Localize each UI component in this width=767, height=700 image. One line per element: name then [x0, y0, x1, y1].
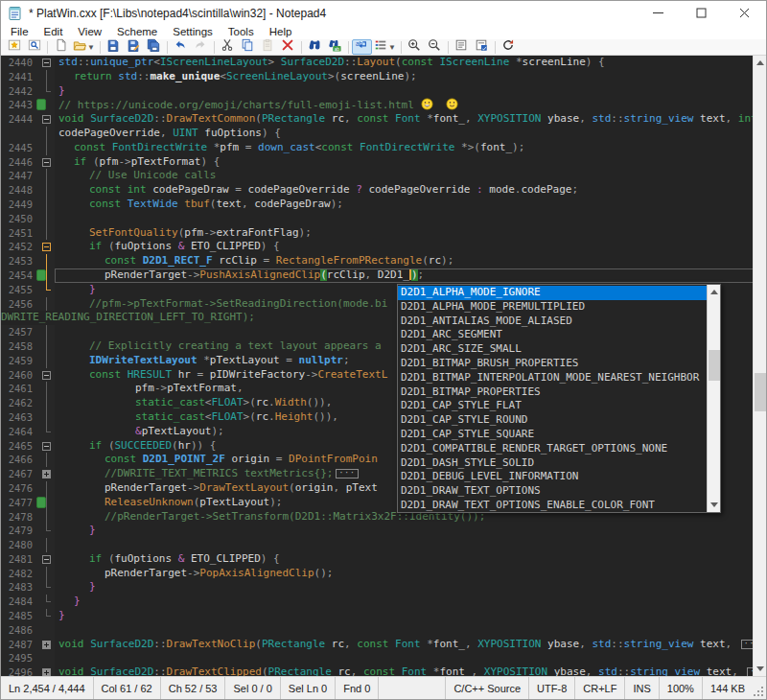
- line-number[interactable]: 2487: [1, 638, 35, 652]
- code-row[interactable]: 2451SetFontQuality(pfm->extraFontFlag);: [1, 226, 755, 241]
- autocomplete-item[interactable]: D2D1_ARC_SEGMENT: [398, 328, 707, 342]
- autocomplete-item[interactable]: D2D1_CAP_STYLE_ROUND: [398, 413, 707, 428]
- line-number[interactable]: 2443: [1, 98, 35, 112]
- line-number[interactable]: 2457: [1, 325, 35, 339]
- status-encoding[interactable]: UTF-8: [528, 677, 574, 699]
- line-number[interactable]: [1, 127, 35, 141]
- save-button[interactable]: [104, 39, 124, 55]
- bookmark-icon[interactable]: [36, 497, 46, 508]
- line-number[interactable]: 2480: [1, 538, 35, 552]
- status-file-size[interactable]: 144 KB: [702, 677, 753, 699]
- code-line[interactable]: [55, 651, 755, 665]
- current-code-line[interactable]: pRenderTarget->PushAxisAlignedClip(rcCli…: [55, 268, 755, 283]
- minimize-button[interactable]: [637, 1, 680, 25]
- code-row[interactable]: 2452if (fuOptions & ETO_CLIPPED) {: [1, 240, 755, 254]
- save-as-button[interactable]: [124, 39, 144, 55]
- close-button[interactable]: [723, 1, 766, 25]
- menu-view[interactable]: View: [70, 25, 109, 39]
- autocomplete-item[interactable]: D2D1_CAP_STYLE_SQUARE: [398, 428, 707, 442]
- resize-grip[interactable]: [753, 677, 766, 699]
- margin-marker[interactable]: [35, 240, 55, 254]
- line-number[interactable]: 2483: [1, 580, 35, 595]
- code-row[interactable]: 2487void SurfaceD2D::DrawTextNoClip(PRec…: [1, 638, 755, 652]
- margin-marker[interactable]: [35, 354, 55, 368]
- status-column-position[interactable]: Col 61 / 62: [94, 677, 161, 699]
- line-number[interactable]: 2482: [1, 567, 35, 581]
- margin-marker[interactable]: [35, 524, 55, 538]
- margin-marker[interactable]: [35, 580, 55, 595]
- copy-button[interactable]: [238, 39, 258, 55]
- status-find-count[interactable]: Fnd 0: [336, 677, 379, 699]
- margin-marker[interactable]: [35, 595, 55, 609]
- dropdown-arrow-icon[interactable]: ▼: [388, 43, 396, 52]
- code-line[interactable]: [55, 623, 755, 638]
- line-number[interactable]: 2461: [1, 382, 35, 396]
- margin-marker[interactable]: [35, 510, 55, 525]
- code-row[interactable]: 2481if (fuOptions & ETO_CLIPPED) {: [1, 552, 755, 567]
- margin-marker[interactable]: [35, 567, 55, 581]
- line-number[interactable]: 2447: [1, 169, 35, 183]
- line-number[interactable]: 2464: [1, 425, 35, 439]
- find-button[interactable]: [305, 39, 325, 55]
- code-row[interactable]: 2450: [1, 212, 755, 226]
- save-copy-button[interactable]: [144, 39, 164, 55]
- code-line[interactable]: if (pfm->pTextFormat) {: [55, 155, 755, 170]
- autocomplete-item[interactable]: D2D1_ALPHA_MODE_PREMULTIPLIED: [398, 300, 707, 315]
- fold-expanded-icon[interactable]: [42, 158, 51, 167]
- code-line[interactable]: // Use Unicode calls: [55, 169, 755, 183]
- line-number[interactable]: 2456: [1, 297, 35, 312]
- margin-marker[interactable]: [35, 410, 55, 425]
- menu-tools[interactable]: Tools: [221, 25, 262, 39]
- menu-scheme[interactable]: Scheme: [109, 25, 165, 39]
- line-number[interactable]: 2441: [1, 70, 35, 84]
- editor-scrollbar[interactable]: [753, 56, 766, 676]
- margin-marker[interactable]: [35, 368, 55, 383]
- code-line[interactable]: const TextWide tbuf(text, codePageDraw);: [55, 198, 755, 212]
- code-row[interactable]: 2442}: [1, 84, 755, 99]
- status-insert-mode[interactable]: INS: [624, 677, 658, 699]
- code-row[interactable]: 2482pRenderTarget->PopAxisAlignedClip();: [1, 567, 755, 581]
- line-number[interactable]: 2440: [1, 56, 35, 70]
- margin-marker[interactable]: [35, 98, 55, 112]
- margin-marker[interactable]: [35, 112, 55, 127]
- fold-expanded-icon[interactable]: [42, 58, 51, 67]
- line-number[interactable]: 2459: [1, 354, 35, 368]
- open-file-button[interactable]: ▼: [71, 39, 97, 55]
- undo-button[interactable]: [171, 39, 191, 55]
- bookmark-icon[interactable]: [36, 269, 46, 281]
- margin-marker[interactable]: [35, 339, 55, 354]
- code-row[interactable]: 2486: [1, 623, 755, 638]
- code-line[interactable]: }: [55, 609, 755, 623]
- line-number[interactable]: 2495: [1, 651, 35, 665]
- autocomplete-list[interactable]: D2D1_ALPHA_MODE_IGNORED2D1_ALPHA_MODE_PR…: [398, 285, 707, 512]
- line-number[interactable]: 2485: [1, 609, 35, 623]
- status-zoom-level[interactable]: 100%: [659, 677, 702, 699]
- autocomplete-item[interactable]: D2D1_ANTIALIAS_MODE_ALIASED: [398, 315, 707, 329]
- autocomplete-item[interactable]: D2D1_DASH_STYLE_SOLID: [398, 456, 707, 471]
- line-number[interactable]: 2458: [1, 339, 35, 354]
- status-line-position[interactable]: Ln 2,454 / 4,444: [1, 677, 94, 699]
- dropdown-arrow-icon[interactable]: ▼: [87, 43, 95, 52]
- code-row[interactable]: 2446if (pfm->pTextFormat) {: [1, 155, 755, 170]
- code-row[interactable]: 2485}: [1, 609, 755, 623]
- code-line[interactable]: pRenderTarget->PopAxisAlignedClip();: [55, 567, 755, 581]
- code-row[interactable]: 2449const TextWide tbuf(text, codePageDr…: [1, 198, 755, 212]
- code-wrap-row[interactable]: codePageOverride, UINT fuOptions) {: [1, 127, 755, 141]
- line-number[interactable]: 2462: [1, 396, 35, 410]
- fold-expanded-icon[interactable]: [42, 371, 51, 380]
- margin-marker[interactable]: [35, 481, 55, 496]
- line-number[interactable]: 2481: [1, 552, 35, 567]
- code-line[interactable]: if (fuOptions & ETO_CLIPPED) {: [55, 240, 755, 254]
- margin-marker[interactable]: [35, 439, 55, 454]
- margin-marker[interactable]: [35, 254, 55, 268]
- autocomplete-scroll-down-icon[interactable]: [710, 502, 718, 507]
- margin-marker[interactable]: [35, 268, 55, 283]
- code-row[interactable]: 2496void SurfaceD2D::DrawTextClipped(PRe…: [1, 665, 755, 676]
- margin-marker[interactable]: [35, 651, 55, 665]
- status-selection-count[interactable]: Sel 0 / 0: [225, 677, 280, 699]
- fold-ellipsis-icon[interactable]: ···: [336, 469, 358, 478]
- code-row[interactable]: 2483}: [1, 580, 755, 595]
- margin-marker[interactable]: [35, 396, 55, 410]
- code-line[interactable]: const D2D1_RECT_F rcClip = RectangleFrom…: [55, 254, 755, 268]
- code-row[interactable]: 2479}: [1, 524, 755, 538]
